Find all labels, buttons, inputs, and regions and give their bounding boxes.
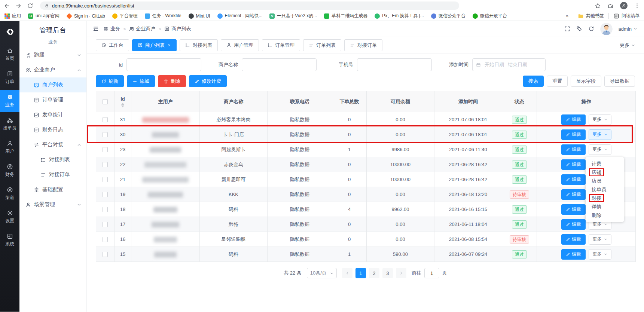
rail-item[interactable]: 用户 — [0, 137, 19, 159]
edit-button[interactable]: 编辑 — [561, 129, 586, 140]
back-icon[interactable] — [4, 3, 10, 9]
edit-button[interactable]: 编辑 — [561, 144, 586, 155]
more-button[interactable]: 更多 — [589, 249, 611, 260]
app-logo[interactable] — [0, 21, 19, 43]
tab[interactable]: 订单管理 — [262, 39, 300, 51]
browser-menu-icon[interactable] — [634, 3, 640, 9]
tab[interactable]: 工作台 — [96, 39, 129, 51]
tabs-more-button[interactable]: 更多 — [620, 42, 635, 49]
rail-item[interactable]: 接单员 — [0, 113, 19, 135]
breadcrumb-item[interactable]: 企业商户 — [129, 25, 156, 32]
refresh-page-icon[interactable] — [588, 26, 594, 32]
edit-button[interactable]: 编辑 — [561, 234, 586, 245]
user-menu[interactable]: admin — [619, 26, 637, 32]
bookmark[interactable]: Element - 网站快... — [217, 13, 263, 19]
search-button[interactable]: 搜索 — [523, 76, 544, 87]
menu-item[interactable]: 发单统计 — [19, 107, 86, 122]
prev-page-button[interactable] — [342, 268, 352, 278]
more-button[interactable]: 更多 — [589, 129, 611, 140]
goto-input[interactable] — [424, 268, 439, 278]
add-button[interactable]: 添加 — [127, 75, 155, 87]
dropdown-item[interactable]: 详情 — [586, 202, 624, 211]
dropdown-item[interactable]: 接单员 — [586, 185, 624, 194]
menu-item[interactable]: 商户列表 — [19, 77, 86, 92]
fold-sidebar-icon[interactable] — [93, 26, 99, 32]
edit-button[interactable]: 编辑 — [561, 159, 586, 170]
bookmark[interactable]: Px、Em 换算工具 |... — [375, 13, 424, 19]
dropdown-item[interactable]: 计费 — [586, 159, 624, 168]
dropdown-item[interactable]: 对接 — [586, 194, 624, 202]
edit-button[interactable]: 编辑 — [561, 249, 586, 260]
bookmark[interactable]: 草料二维码生成器 — [324, 13, 367, 19]
menu-item[interactable]: 对接订单 — [19, 167, 86, 182]
rail-item[interactable]: 财务 — [0, 160, 19, 182]
filter-input[interactable] — [126, 58, 201, 71]
bookmark[interactable]: 微信公众平台 — [431, 13, 466, 19]
bookmark[interactable]: Sign in · GitLab — [67, 13, 105, 19]
row-checkbox[interactable] — [103, 222, 108, 227]
next-page-button[interactable] — [396, 268, 406, 278]
bookmark[interactable]: 微信开放平台 — [473, 13, 507, 19]
row-checkbox[interactable] — [103, 177, 108, 182]
fullscreen-icon[interactable] — [564, 26, 570, 32]
row-checkbox[interactable] — [103, 237, 108, 242]
browser-profile-icon[interactable] — [620, 2, 628, 9]
dropdown-item[interactable]: 删除 — [586, 211, 624, 220]
page-size-select[interactable]: 10条/页 — [307, 268, 337, 278]
show-fields-button[interactable]: 显示字段 — [571, 76, 601, 87]
edit-button[interactable]: 编辑 — [561, 114, 586, 125]
bookmark[interactable]: 任务 - Worktile — [145, 13, 181, 19]
rail-item[interactable]: 系统 — [0, 229, 19, 251]
edit-button[interactable]: 编辑 — [561, 204, 586, 215]
page-button[interactable]: 3 — [382, 268, 393, 278]
bookmark[interactable]: V一只基于Vue2.x的... — [269, 13, 317, 19]
edit-button[interactable]: 编辑 — [561, 174, 586, 185]
rail-item[interactable]: 订单 — [0, 67, 19, 89]
menu-item[interactable]: 财务日志 — [19, 122, 86, 137]
more-button[interactable]: 更多 — [589, 114, 611, 125]
apps-button[interactable]: 应用 — [4, 13, 21, 19]
reset-button[interactable]: 重置 — [547, 76, 568, 87]
rail-item[interactable]: 渠道 — [0, 183, 19, 205]
date-range-picker[interactable]: 开始日期 结束日期 — [472, 58, 546, 71]
more-button[interactable]: 更多 — [589, 234, 611, 245]
tab[interactable]: 商户列表 — [132, 39, 177, 51]
menu-item[interactable]: 订单管理 — [19, 92, 86, 107]
bookmarks-overflow-chevron[interactable]: » — [566, 13, 568, 19]
tab[interactable]: 用户管理 — [221, 39, 259, 51]
rail-item[interactable]: 设置 — [0, 206, 19, 228]
row-checkbox[interactable] — [103, 207, 108, 212]
tab[interactable]: 对接订单 — [344, 39, 382, 51]
row-checkbox[interactable] — [103, 192, 108, 197]
row-checkbox[interactable] — [103, 252, 108, 257]
filter-input[interactable] — [357, 58, 432, 71]
edit-billing-button[interactable]: 修改计费 — [189, 75, 227, 87]
row-checkbox[interactable] — [103, 132, 108, 137]
bookmark[interactable]: Uuni-app官网 — [28, 13, 59, 19]
dropdown-item[interactable]: 店铺 — [586, 168, 624, 177]
theme-icon[interactable] — [576, 26, 582, 32]
reload-icon[interactable] — [27, 3, 33, 9]
url-text[interactable]: demo.99make.com/business/seller/list — [52, 3, 134, 9]
bookmark-star-icon[interactable] — [595, 3, 601, 9]
tab[interactable]: 订单列表 — [303, 39, 341, 51]
page-button[interactable]: 2 — [369, 268, 379, 278]
other-bookmarks-button[interactable]: 其他书签 — [578, 13, 604, 19]
extensions-icon[interactable] — [607, 3, 614, 9]
menu-item[interactable]: 基础配置 — [19, 182, 86, 197]
forward-icon[interactable] — [15, 3, 22, 9]
tab-close-icon[interactable] — [167, 43, 171, 47]
delete-button[interactable]: 删除 — [158, 75, 186, 87]
url-bar[interactable]: demo.99make.com/business/seller/list — [40, 1, 459, 10]
rail-item[interactable]: 业务 — [0, 90, 19, 112]
bookmark[interactable]: 平台管理 — [112, 13, 138, 19]
filter-input[interactable] — [242, 58, 317, 71]
row-checkbox[interactable] — [103, 117, 108, 122]
select-all-checkbox[interactable] — [103, 99, 108, 104]
row-checkbox[interactable] — [103, 147, 108, 152]
menu-item[interactable]: 对接列表 — [19, 152, 86, 167]
menu-item[interactable]: 企业商户 — [19, 62, 86, 77]
tab[interactable]: 对接列表 — [180, 39, 218, 51]
more-button[interactable]: 更多 — [589, 144, 611, 155]
export-button[interactable]: 导出数据 — [604, 76, 635, 87]
